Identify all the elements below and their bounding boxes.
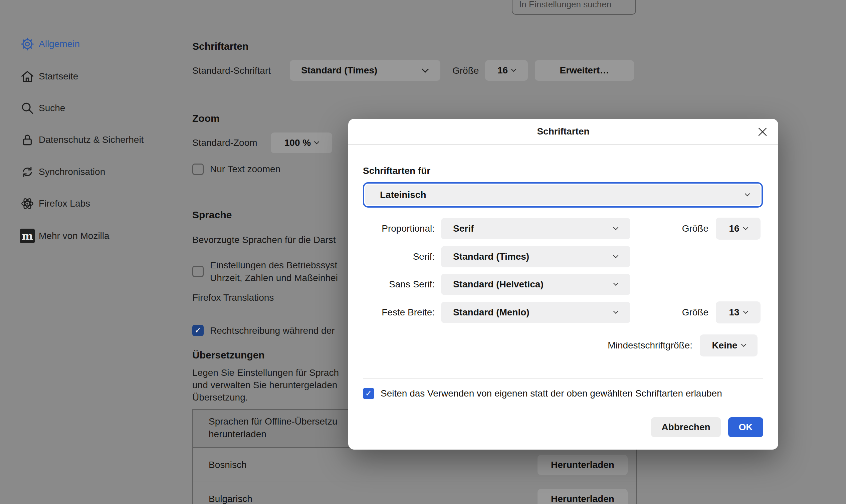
atom-icon: [20, 196, 35, 211]
sidebar-item-mehr-von-mozilla[interactable]: m Mehr von Mozilla: [20, 227, 109, 245]
proportional-size-dropdown[interactable]: 16: [716, 218, 760, 240]
sync-icon: [20, 165, 35, 179]
monospace-size-dropdown[interactable]: 13: [716, 301, 760, 323]
serif-dropdown[interactable]: Standard (Times): [441, 246, 630, 267]
sidebar-item-datenschutz[interactable]: Datenschutz & Sicherheit: [20, 130, 144, 149]
table-row: Bosnisch Herunterladen: [193, 448, 636, 482]
download-button[interactable]: Herunterladen: [538, 455, 628, 475]
translations-description-line2: und verwalten Sie heruntergeladen: [192, 379, 339, 391]
sidebar-item-label: Startseite: [39, 71, 78, 82]
sidebar-item-label: Allgemein: [39, 39, 80, 49]
serif-value: Standard (Times): [453, 251, 529, 262]
download-button[interactable]: Herunterladen: [538, 489, 628, 504]
sans-serif-row: Sans Serif: Standard (Helvetica): [363, 273, 763, 295]
proportional-label: Proportional:: [363, 218, 435, 240]
language-name: Bulgarisch: [209, 494, 252, 504]
fonts-dialog: Schriftarten Schriftarten für Lateinisch…: [348, 119, 778, 450]
table-row: Bulgarisch Herunterladen: [193, 482, 636, 504]
chevron-down-icon: [422, 66, 429, 72]
translations-description-line1: Legen Sie Einstellungen für Sprach: [192, 366, 339, 379]
fonts-for-select-inner: Lateinisch: [365, 184, 760, 205]
language-name: Bosnisch: [209, 460, 247, 470]
sidebar-item-label: Mehr von Mozilla: [39, 231, 109, 241]
monospace-value: Standard (Menlo): [453, 307, 529, 318]
min-font-size-row: Mindestschriftgröße: Keine: [363, 335, 763, 357]
font-size-value: 16: [498, 65, 508, 76]
sidebar-item-label: Suche: [39, 103, 65, 113]
default-font-value: Standard (Times): [301, 65, 377, 76]
sidebar-item-allgemein[interactable]: Allgemein: [20, 35, 80, 53]
os-format-label-line2: Uhrzeit, Zahlen und Maßeinhei: [210, 272, 338, 284]
text-only-zoom-checkbox[interactable]: [192, 164, 204, 175]
min-font-size-group: Mindestschriftgröße: Keine: [608, 335, 757, 357]
sidebar-item-firefox-labs[interactable]: Firefox Labs: [20, 194, 90, 213]
serif-label: Serif:: [363, 246, 435, 268]
sans-serif-dropdown[interactable]: Standard (Helvetica): [441, 274, 630, 295]
min-font-size-label: Mindestschriftgröße:: [608, 340, 692, 351]
home-icon: [20, 69, 35, 84]
os-format-checkbox[interactable]: [192, 266, 204, 277]
monospace-label: Feste Breite:: [363, 301, 435, 323]
dialog-buttons: Abbrechen OK: [651, 417, 763, 437]
default-font-dropdown[interactable]: Standard (Times): [290, 60, 440, 81]
chevron-down-icon: [613, 308, 619, 314]
search-icon: [20, 101, 35, 115]
size-label: Größe: [682, 307, 708, 318]
fonts-section-title: Schriftarten: [192, 41, 248, 52]
size-label: Größe: [682, 223, 708, 234]
chevron-down-icon: [745, 191, 750, 196]
ok-button[interactable]: OK: [728, 417, 763, 437]
proportional-dropdown[interactable]: Serif: [441, 218, 630, 239]
settings-search-placeholder: In Einstellungen suchen: [519, 0, 611, 10]
advanced-fonts-button-label: Erweitert…: [560, 65, 609, 76]
default-zoom-dropdown[interactable]: 100 %: [271, 132, 332, 153]
text-only-zoom-label: Nur Text zoomen: [210, 164, 281, 175]
language-section-title: Sprache: [192, 209, 232, 221]
os-format-label-line1: Einstellungen des Betriebssyst: [210, 259, 338, 272]
settings-search-input[interactable]: In Einstellungen suchen: [512, 0, 636, 15]
min-font-size-dropdown[interactable]: Keine: [700, 335, 757, 357]
sans-serif-label: Sans Serif:: [363, 273, 435, 295]
mozilla-icon: m: [20, 229, 35, 243]
dialog-divider: [363, 378, 763, 379]
min-font-size-value: Keine: [712, 340, 737, 351]
font-size-dropdown[interactable]: 16: [485, 60, 528, 81]
monospace-size-value: 13: [729, 307, 739, 318]
default-zoom-value: 100 %: [285, 138, 311, 148]
default-zoom-label: Standard-Zoom: [192, 138, 257, 148]
sidebar-item-suche[interactable]: Suche: [20, 99, 65, 118]
sidebar-item-label: Synchronisation: [39, 166, 105, 177]
translations-description-line3: Übersetzung.: [192, 391, 339, 403]
sidebar-item-synchronisation[interactable]: Synchronisation: [20, 163, 105, 181]
font-size-label: Größe: [452, 66, 479, 76]
allow-pages-row: Seiten das Verwenden von eigenen statt d…: [363, 388, 722, 399]
proportional-size-value: 16: [729, 223, 739, 234]
translations-section-title: Übersetzungen: [192, 349, 265, 361]
spellcheck-checkbox[interactable]: [192, 325, 204, 336]
chevron-down-icon: [613, 253, 619, 258]
monospace-size-group: Größe 13: [682, 301, 760, 323]
sidebar-item-label: Datenschutz & Sicherheit: [39, 134, 144, 145]
advanced-fonts-button[interactable]: Erweitert…: [535, 60, 634, 81]
monospace-row: Feste Breite: Standard (Menlo) Größe 13: [363, 301, 763, 323]
monospace-dropdown[interactable]: Standard (Menlo): [441, 302, 630, 323]
allow-pages-label: Seiten das Verwenden von eigenen statt d…: [381, 388, 722, 399]
firefox-translations-label: Firefox Translations: [192, 292, 274, 303]
sidebar-item-startseite[interactable]: Startseite: [20, 67, 78, 86]
fonts-for-label: Schriftarten für: [363, 165, 430, 176]
serif-row: Serif: Standard (Times): [363, 246, 763, 268]
chevron-down-icon: [314, 139, 320, 144]
fonts-for-select[interactable]: Lateinisch: [363, 182, 763, 208]
proportional-value: Serif: [453, 223, 474, 234]
sidebar-item-label: Firefox Labs: [39, 198, 90, 209]
proportional-row: Proportional: Serif Größe 16: [363, 218, 763, 240]
allow-pages-checkbox[interactable]: [363, 388, 374, 399]
dialog-header: Schriftarten: [348, 119, 778, 145]
chevron-down-icon: [741, 341, 746, 347]
close-icon[interactable]: [756, 125, 770, 139]
preferred-languages-text: Bevorzugte Sprachen für die Darst: [192, 234, 336, 246]
cancel-button[interactable]: Abbrechen: [651, 417, 721, 437]
chevron-down-icon: [511, 67, 517, 72]
fonts-for-value: Lateinisch: [380, 190, 426, 200]
chevron-down-icon: [613, 281, 619, 286]
